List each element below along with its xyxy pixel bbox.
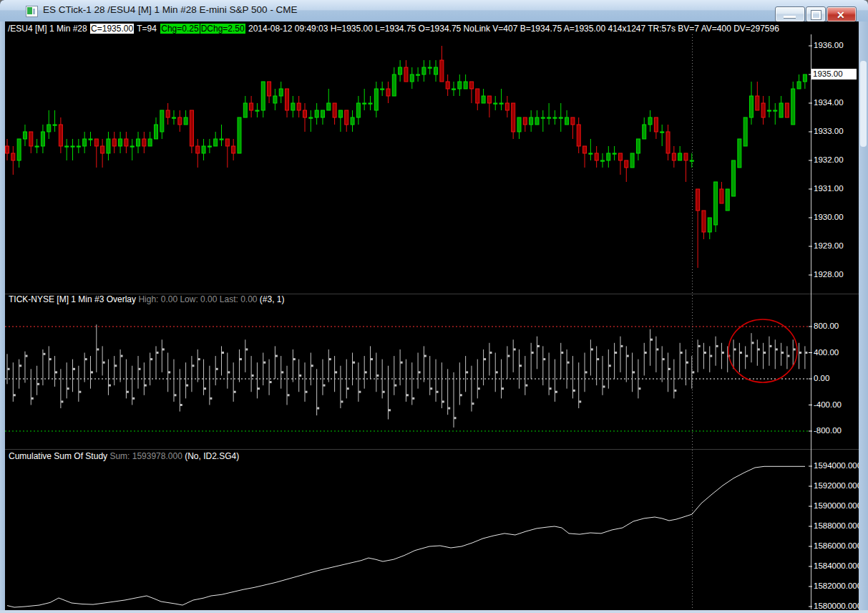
sum-panel-header: Cumulative Sum Of Study Sum: 1593978.000… [9,451,239,461]
tick-panel-stats: High: 0.00 Low: 0.00 Last: 0.00 [136,294,257,304]
status-segment: /ESU4 [M] 1 Min #28 [7,24,90,34]
axis-tick-label: 1592000.000 [814,481,862,490]
status-segment: DChg=2.50 [200,24,245,34]
last-price-box: 1935.00 [811,69,857,79]
restore-button[interactable] [806,6,826,22]
scrollbar-thumb[interactable] [860,61,867,147]
minimize-button[interactable] [775,6,805,22]
tick-panel-header: TICK-NYSE [M] 1 Min #3 Overlay High: 0.0… [9,294,285,304]
axis-tick-label: 0.00 [814,374,829,382]
axis-tick-label: -800.00 [814,426,842,435]
close-button[interactable]: ✕ [826,6,857,22]
axis-tick-label: 1928.00 [814,270,844,279]
axis-tick-label: 1933.00 [814,127,844,135]
symbol-status-line: /ESU4 [M] 1 Min #28 C=1935.00 T=94 Chg=0… [7,24,780,34]
restore-icon [811,11,821,19]
axis-tick-label: 1930.00 [814,213,844,221]
sum-panel-id: (No, ID2.SG4) [182,451,239,461]
axis-tick-label: 1584000.000 [814,561,862,570]
axis-tick-label: 400.00 [814,348,839,357]
axis-tick-label: 1934.00 [814,98,844,107]
window-left-border [0,21,5,613]
sum-panel-stats: Sum: 1593978.000 [107,451,182,461]
axis-tick-label: 1594000.000 [814,461,862,470]
status-segment: T=94 [134,24,160,34]
tick-panel-title: TICK-NYSE [M] 1 Min #3 Overlay [9,294,136,304]
chart-client-area[interactable] [5,21,859,610]
axis-tick-label: 1588000.000 [814,521,862,530]
status-segment: C=1935.00 [90,24,134,34]
app-icon [26,6,38,17]
window-bottom-border [0,610,868,613]
axis-tick-label: -400.00 [814,400,842,409]
axis-tick-label: 1590000.000 [814,501,862,510]
close-icon: ✕ [837,9,845,21]
axis-tick-label: 1586000.000 [814,541,862,550]
axis-tick-label: 1932.00 [814,155,844,164]
axis-tick-label: 1931.00 [814,184,844,193]
tick-panel-id: (#3, 1) [258,294,285,304]
status-segment: 2014-08-12 09:49:03 H=1935.00 L=1934.75 … [245,24,780,34]
minimize-icon [784,16,796,18]
status-segment: Chg=0.25 [160,24,199,34]
title-bar[interactable]: ES CTick-1 28 /ESU4 [M] 1 Min #28 E-mini… [0,0,868,21]
chart-window: ES CTick-1 28 /ESU4 [M] 1 Min #28 E-mini… [0,0,868,613]
axis-tick-label: 800.00 [814,322,839,330]
window-title: ES CTick-1 28 /ESU4 [M] 1 Min #28 E-mini… [43,4,298,15]
sum-panel-title: Cumulative Sum Of Study [9,451,107,461]
axis-tick-label: 1580000.000 [814,602,862,610]
axis-tick-label: 1582000.000 [814,581,862,590]
axis-tick-label: 1936.00 [814,41,844,49]
axis-tick-label: 1929.00 [814,241,844,250]
